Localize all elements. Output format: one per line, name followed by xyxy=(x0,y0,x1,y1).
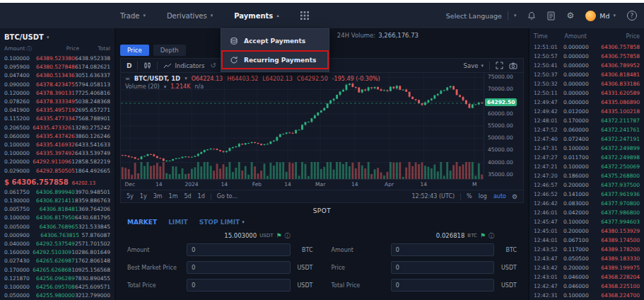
trade-row[interactable]: 12:47:27 0.011700 64372.249898 xyxy=(534,153,640,162)
trade-row[interactable]: 12:47:40 0.072400 64372.247191 xyxy=(534,134,640,144)
tab-limit[interactable]: LIMIT xyxy=(168,219,188,226)
user-menu[interactable]: Md ▾ xyxy=(585,11,616,21)
save-button[interactable]: Save ▾ xyxy=(464,62,484,69)
orderbook-ask-row[interactable]: 0.100000 64335.416932 6433.541633 xyxy=(4,141,110,149)
trade-row[interactable]: 12:47:52 0.060000 64372.241761 xyxy=(534,125,640,134)
orderbook-bid-row[interactable]: 0.130000 64306.821411 8359.886763 xyxy=(4,197,110,205)
chart-settings-icon[interactable]: ⚙ xyxy=(512,193,517,200)
orderbook-ask-row[interactable]: 0.115200 64335.477334 7568.788901 xyxy=(4,115,110,123)
tab-price[interactable]: Price xyxy=(120,45,149,56)
trade-row[interactable]: 12:47:21 0.100000 64372.250069 xyxy=(534,162,640,171)
undo-icon[interactable]: ↺ xyxy=(210,62,216,69)
interval-button[interactable]: D xyxy=(127,62,131,69)
trade-row[interactable]: 12:48:01 0.170000 64372.211787 xyxy=(534,116,640,125)
range-button[interactable]: 1m xyxy=(169,193,178,200)
trade-row[interactable]: 12:47:31 0.100000 64372.249899 xyxy=(534,144,640,153)
orderbook-bid-row[interactable]: 0.100000 64256.095708 6425.609571 xyxy=(4,283,110,292)
trade-row[interactable]: 12:50:11 0.000000 64331.620589 xyxy=(534,88,640,98)
orderbook-ask-row[interactable]: 0.100000 64335.397492 6433.539749 xyxy=(4,149,110,158)
range-button[interactable]: 1d xyxy=(198,193,205,200)
orderbook-bid-row[interactable]: 0.100000 64306.817950 6430.681795 xyxy=(4,214,110,222)
candlestick-chart[interactable]: ≡ BTC/USDT, 1D ▾ O64224.13 H64403.52 L64… xyxy=(121,73,484,179)
order-input[interactable] xyxy=(391,279,495,292)
trade-row[interactable]: 12:49:47 0.000000 64335.086890 xyxy=(534,98,640,107)
orderbook-ask-row[interactable]: 0.095900 64380.527848 6174.082621 xyxy=(4,63,110,71)
menu-item-recurring-payments[interactable]: Recurring Payments xyxy=(221,50,329,69)
trade-row[interactable]: 12:46:42 0.083000 64377.970800 xyxy=(534,199,640,208)
candle-style-icon[interactable] xyxy=(144,62,151,69)
trade-row[interactable]: 12:43:01 0.046000 64368.228204 xyxy=(534,272,640,282)
orderbook-bid-row[interactable]: 0.000900 64306.763815 57.876087 xyxy=(4,231,110,240)
tab-market[interactable]: MARKET xyxy=(127,219,157,226)
trade-row[interactable]: 12:51:01 0.000000 64306.757858 xyxy=(534,42,640,52)
trade-row[interactable]: 12:50:32 0.000000 64306.833186 xyxy=(534,79,640,88)
orderbook-bid-row[interactable]: 0.050000 64255.980000 3212.799000 xyxy=(4,292,110,300)
bell-icon[interactable] xyxy=(527,11,536,21)
scale-button[interactable]: % xyxy=(467,193,472,200)
range-button[interactable]: 1y xyxy=(140,193,147,200)
indicators-button[interactable]: Indicators xyxy=(163,62,204,69)
orderbook-ask-row[interactable]: 0.206500 64335.473326 13280.275242 xyxy=(4,124,110,132)
trade-row[interactable]: 12:50:57 0.000000 64306.757858 xyxy=(534,52,640,61)
orderbook-ask-row[interactable]: 0.041900 64335.495719 2695.657271 xyxy=(4,106,110,115)
tab-stop-limit[interactable]: STOP LIMIT ▾ xyxy=(199,219,245,226)
trade-row[interactable]: 12:50:37 0.000000 64306.818481 xyxy=(534,70,640,79)
language-selector[interactable]: Select Language ▾ xyxy=(446,11,517,20)
trade-row[interactable]: 12:46:01 0.042000 64377.986800 xyxy=(534,208,640,217)
order-input[interactable] xyxy=(391,243,495,256)
range-button[interactable]: 3m xyxy=(153,193,163,200)
trade-row[interactable]: 12:43:52 0.117000 64389.178200 xyxy=(534,245,640,254)
order-input[interactable] xyxy=(187,279,291,292)
trade-row[interactable]: 12:44:01 0.067100 64389.174500 xyxy=(534,236,640,245)
info-icon[interactable]: ⓘ xyxy=(285,232,291,240)
order-input[interactable] xyxy=(391,261,495,274)
orderbook-ask-row[interactable]: 0.078260 64378.333349 5038.248368 xyxy=(4,98,110,106)
order-input[interactable] xyxy=(187,243,291,256)
clock[interactable]: 12:52:43 (UTC) xyxy=(412,193,455,200)
orderbook-ask-row[interactable]: 0.100000 64389.523380 6438.952338 xyxy=(4,54,110,63)
info-icon[interactable]: ⓘ xyxy=(488,232,494,240)
orderbook-ask-row[interactable]: 0.200000 64292.911096 12858.582219 xyxy=(4,158,110,166)
trade-row[interactable]: 12:43:47 0.050500 64389.183330 xyxy=(534,254,640,263)
trade-row[interactable]: 12:42:31 0.100000 64368.224700 xyxy=(534,291,640,300)
camera-icon[interactable] xyxy=(509,62,517,69)
orderbook-bid-row[interactable]: 0.160000 64292.510309 10286.801649 xyxy=(4,248,110,257)
goto-button[interactable]: Go to... xyxy=(217,193,238,200)
apps-grid-icon[interactable] xyxy=(300,11,309,20)
pair-selector[interactable]: BTC/USDT ▾ xyxy=(4,31,110,45)
orderbook-ask-row[interactable]: 0.029000 64292.850505 1864.492665 xyxy=(4,167,110,175)
trade-row[interactable]: 12:45:47 0.100000 64377.994603 xyxy=(534,217,640,226)
range-button[interactable]: 5d xyxy=(184,193,191,200)
orderbook-ask-row[interactable]: 0.120000 64378.390131 7725.406816 xyxy=(4,89,110,98)
help-icon[interactable]: ? xyxy=(627,11,637,21)
order-input[interactable] xyxy=(187,261,291,274)
fullscreen-icon[interactable] xyxy=(496,62,503,69)
trade-row[interactable]: 12:46:57 0.200000 64377.937500 xyxy=(534,180,640,190)
trade-row[interactable]: 12:49:42 0.012000 64335.100218 xyxy=(534,107,640,116)
orderbook-ask-row[interactable]: 0.090000 64378.423475 5794.058113 xyxy=(4,81,110,89)
orderbook-bid-row[interactable]: 0.061750 64306.899940 3970.948501 xyxy=(4,188,110,197)
trade-row[interactable]: 12:43:42 0.200000 64389.199975 xyxy=(534,263,640,272)
orderbook-bid-row[interactable]: 0.005000 64306.768965 321.533845 xyxy=(4,223,110,231)
orderbook-bid-row[interactable]: 0.005750 64306.818481 369.764206 xyxy=(4,205,110,214)
tab-depth[interactable]: Depth xyxy=(153,45,186,56)
nav-item-trade[interactable]: Trade ▾ xyxy=(120,12,146,20)
trade-row[interactable]: 12:45:01 0.200000 64380.153929 xyxy=(534,226,640,236)
trade-row[interactable]: 12:47:20 0.186000 64375.268800 xyxy=(534,171,640,180)
nav-item-derivatives[interactable]: Derivatives ▾ xyxy=(167,12,213,20)
orderbook-bid-row[interactable]: 0.170000 64265.626868 10925.156568 xyxy=(4,266,110,275)
orderbook-ask-row[interactable]: 0.060000 64335.437426 3860.126246 xyxy=(4,132,110,141)
orderbook-bid-row[interactable]: 0.040000 64292.537549 2571.701502 xyxy=(4,240,110,248)
time-axis[interactable]: Dec14202414Feb14Mar14Apr14M xyxy=(121,179,484,190)
nav-item-payments[interactable]: Payments ▴ xyxy=(234,12,279,20)
scale-button[interactable]: auto xyxy=(493,193,506,200)
orderbook-bid-row[interactable]: 0.027430 64265.626987 1762.806148 xyxy=(4,257,110,265)
orderbook-bid-row[interactable]: 0.121870 64256.096289 7830.890455 xyxy=(4,275,110,283)
trade-row[interactable]: 12:50:41 0.000000 64306.789952 xyxy=(534,61,640,70)
scale-button[interactable]: log xyxy=(479,193,487,200)
range-button[interactable]: 5y xyxy=(127,193,134,200)
trade-row[interactable]: 12:46:52 0.141000 64377.961936 xyxy=(534,190,640,199)
orders-icon[interactable] xyxy=(547,11,555,21)
orderbook-ask-row[interactable]: 0.047400 64380.513436 3051.636337 xyxy=(4,71,110,80)
trade-row[interactable]: 12:42:47 0.046000 64368.225100 xyxy=(534,282,640,291)
